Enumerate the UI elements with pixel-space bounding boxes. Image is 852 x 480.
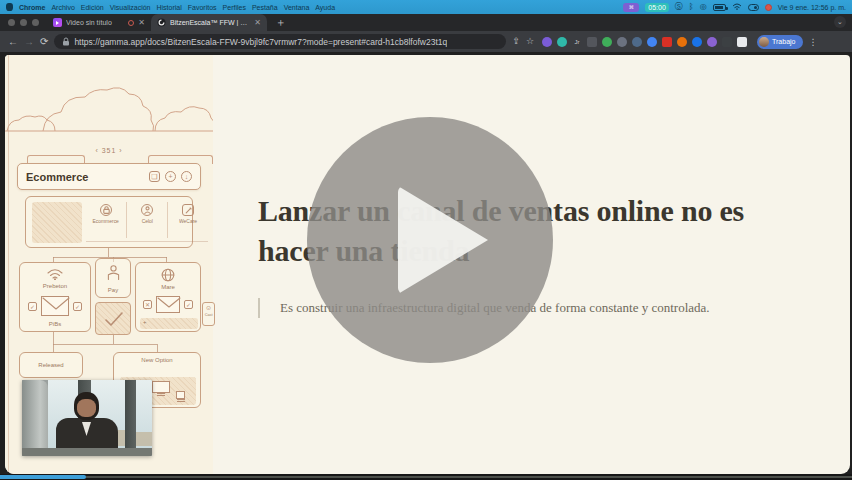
reload-button[interactable]: ⟳: [40, 37, 48, 47]
menu-item-ventana[interactable]: Ventana: [284, 4, 310, 11]
play-icon: [398, 186, 488, 294]
module-divider: [86, 241, 208, 242]
connector-line: [157, 344, 158, 352]
menu-item-edicion[interactable]: Edición: [81, 4, 104, 11]
pay-node: Pay: [95, 258, 131, 298]
globe-node: Mare ✕ ✓ +: [135, 262, 201, 332]
wifi-icon[interactable]: [732, 3, 742, 11]
wifi-node-caption: PiBs: [20, 321, 90, 327]
extension-icon[interactable]: Jr: [572, 37, 582, 47]
envelope-icon: [156, 296, 180, 313]
new-tab-button[interactable]: ＋: [275, 17, 286, 28]
menu-item-visualizacion[interactable]: Visualización: [110, 4, 151, 11]
module-item-label: Ecommerce: [93, 218, 119, 223]
extension-icon[interactable]: [722, 37, 732, 47]
record-target-icon[interactable]: ◎: [700, 3, 707, 11]
plus-marker: +: [143, 319, 147, 325]
chrome-tab-strip: Video sin título ✕ BitzenEscala™ FFW | G…: [0, 14, 852, 31]
bluetooth-icon[interactable]: ᛒ: [689, 3, 694, 11]
checkbox-icon: ✓: [73, 302, 82, 311]
close-window-button[interactable]: [8, 19, 15, 26]
extension-icon[interactable]: [737, 37, 747, 47]
menu-item-chrome[interactable]: Chrome: [19, 4, 45, 11]
video-player-stage: ‹ 351 › Ecommerce ❏ + ↓ Ecommerce: [0, 52, 852, 480]
menu-item-perfiles[interactable]: Perfiles: [223, 4, 246, 11]
battery-icon[interactable]: [713, 4, 726, 11]
recording-indicator-icon[interactable]: [765, 4, 772, 11]
lock-icon: [100, 204, 112, 216]
extension-icon[interactable]: [587, 37, 597, 47]
share-icon[interactable]: ⇪: [512, 37, 520, 46]
module-item-label: Celol: [141, 218, 152, 223]
close-tab-icon[interactable]: ✕: [254, 19, 261, 27]
connector-line: [113, 335, 114, 344]
timer-badge[interactable]: 05:00: [645, 3, 669, 12]
gamma-presentation-frame: ‹ 351 › Ecommerce ❏ + ↓ Ecommerce: [5, 55, 850, 474]
extension-icon[interactable]: [602, 37, 612, 47]
extension-icon[interactable]: [542, 37, 552, 47]
widget-icon[interactable]: ⌘: [623, 3, 639, 12]
desk: [22, 448, 152, 456]
extension-icon[interactable]: [647, 37, 657, 47]
profile-button[interactable]: Trabajo: [757, 35, 802, 49]
extension-icon[interactable]: [692, 37, 702, 47]
play-button[interactable]: [307, 117, 553, 363]
download-icon: ↓: [181, 171, 192, 182]
shapes-icon: ❏: [149, 171, 160, 182]
minimize-window-button[interactable]: [20, 19, 27, 26]
menu-item-pestana[interactable]: Pestaña: [252, 4, 278, 11]
check-node: [95, 302, 131, 335]
pay-node-title: Pay: [96, 287, 130, 293]
progress-track[interactable]: [0, 476, 852, 478]
monitor-icon: [152, 381, 170, 393]
wireframe-shaded-block: [32, 202, 82, 243]
url-text[interactable]: https://gamma.app/docs/BitzenEscala-FFW-…: [74, 37, 447, 47]
video-progress-bar[interactable]: [0, 474, 852, 480]
close-tab-icon[interactable]: ✕: [138, 19, 145, 27]
curved-column: [22, 380, 48, 456]
chrome-menu-icon[interactable]: ⋮: [809, 37, 818, 47]
control-center-icon[interactable]: [748, 4, 759, 11]
address-bar[interactable]: https://gamma.app/docs/BitzenEscala-FFW-…: [54, 34, 506, 49]
extensions-row: Jr: [542, 37, 747, 47]
menu-bar-clock[interactable]: Vie 9 ene. 12:56 p. m.: [778, 4, 846, 11]
tab-title: Video sin título: [66, 19, 124, 26]
released-node-title: Released: [20, 362, 82, 368]
apple-icon[interactable]: [6, 3, 13, 11]
ecommerce-header-card: Ecommerce ❏ + ↓: [17, 163, 201, 190]
connector-line: [53, 332, 54, 344]
connector-line: [53, 344, 54, 352]
tab-video-sin-titulo[interactable]: Video sin título ✕: [47, 14, 151, 31]
profile-label: Trabajo: [772, 38, 795, 45]
extension-icon[interactable]: [677, 37, 687, 47]
extension-icon[interactable]: [632, 37, 642, 47]
progress-played: [0, 475, 86, 479]
bookmark-star-icon[interactable]: ☆: [526, 37, 534, 46]
menu-item-historial[interactable]: Historial: [157, 4, 182, 11]
extension-icon[interactable]: [617, 37, 627, 47]
window-pillar: [125, 380, 136, 456]
menu-item-archivo[interactable]: Archivo: [51, 4, 74, 11]
shottr-icon[interactable]: Ⓢ: [675, 3, 683, 11]
forward-button[interactable]: →: [24, 37, 34, 47]
back-button[interactable]: ←: [8, 37, 18, 47]
tab-search-chevron-icon[interactable]: ⌄: [834, 16, 846, 28]
window-controls: [0, 19, 47, 26]
avatar: [759, 37, 769, 47]
ecommerce-title: Ecommerce: [26, 171, 144, 183]
cast-node-title: Cast: [205, 312, 213, 316]
video-app-favicon: [53, 18, 62, 27]
connector-line: [108, 248, 109, 257]
cast-icon: ⊙: [206, 305, 211, 311]
person-icon: [141, 204, 153, 216]
zoom-window-button[interactable]: [32, 19, 39, 26]
extension-icon[interactable]: [662, 37, 672, 47]
clouds-sketch: [5, 70, 213, 150]
menu-item-favoritos[interactable]: Favoritos: [188, 4, 217, 11]
menu-item-ayuda[interactable]: Ayuda: [315, 4, 335, 11]
checkbox-icon: ✓: [184, 300, 193, 309]
module-items: Ecommerce Celol WeCare: [86, 202, 208, 238]
extension-icon[interactable]: [557, 37, 567, 47]
tab-gamma[interactable]: BitzenEscala™ FFW | Gamma ✕: [151, 14, 267, 31]
extension-icon[interactable]: [707, 37, 717, 47]
